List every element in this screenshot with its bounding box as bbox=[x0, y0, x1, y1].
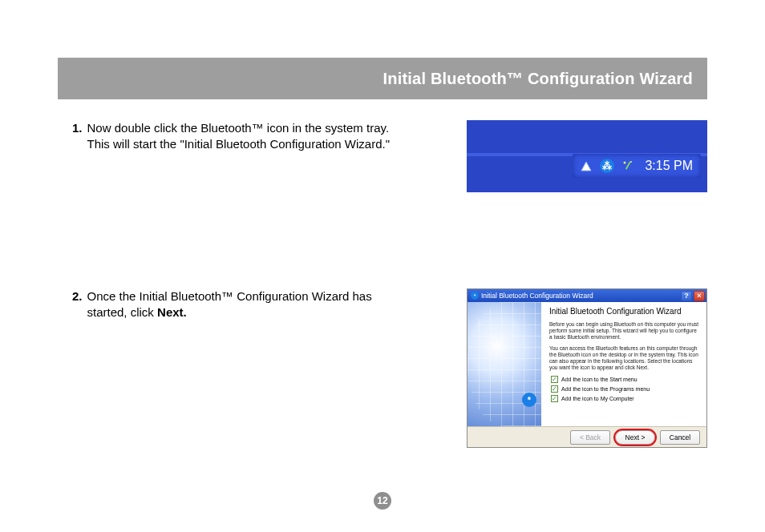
wizard-window: * Initial Bluetooth Configuration Wizard… bbox=[467, 288, 707, 448]
page-number-badge: 12 bbox=[374, 492, 391, 510]
wizard-body: * Initial Bluetooth Configuration Wizard… bbox=[468, 302, 706, 426]
page-title: Initial Bluetooth™ Configuration Wizard bbox=[383, 70, 693, 88]
checkbox-row[interactable]: ✓ Add the icon to My Computer bbox=[551, 395, 700, 402]
bluetooth-glyph: ⁂ bbox=[602, 160, 612, 171]
network-status-icon bbox=[579, 159, 593, 173]
checkbox-label: Add the icon to My Computer bbox=[561, 396, 634, 401]
step-number: 2. bbox=[72, 288, 83, 321]
bluetooth-badge-icon: * bbox=[522, 393, 536, 407]
bluetooth-icon[interactable]: ⁂ bbox=[600, 159, 614, 173]
wizard-heading: Initial Bluetooth Configuration Wizard bbox=[549, 307, 700, 316]
checkbox-checked-icon: ✓ bbox=[551, 385, 558, 393]
svg-point-2 bbox=[624, 162, 626, 164]
step-row: 2. Once the Initial Bluetooth™ Configura… bbox=[72, 288, 707, 448]
step-body-prefix: Once the Initial Bluetooth™ Configuratio… bbox=[87, 289, 372, 319]
step-body-bold: Next. bbox=[157, 305, 187, 319]
step-text: 1. Now double click the Bluetooth™ icon … bbox=[72, 120, 443, 153]
svg-point-3 bbox=[630, 161, 632, 163]
step-body: Now double click the Bluetooth™ icon in … bbox=[87, 120, 392, 153]
wizard-sidebar-image: * bbox=[468, 302, 541, 426]
checkbox-checked-icon: ✓ bbox=[551, 395, 558, 402]
next-button[interactable]: Next > bbox=[615, 430, 655, 445]
page-content: 1. Now double click the Bluetooth™ icon … bbox=[72, 120, 707, 484]
wizard-footer: < Back Next > Cancel bbox=[468, 426, 706, 447]
step-text: 2. Once the Initial Bluetooth™ Configura… bbox=[72, 288, 443, 321]
step-row: 1. Now double click the Bluetooth™ icon … bbox=[72, 120, 707, 192]
globe-grid bbox=[468, 302, 541, 426]
step-number: 1. bbox=[72, 120, 83, 153]
help-button[interactable]: ? bbox=[681, 291, 692, 301]
page-number-text: 12 bbox=[377, 495, 387, 506]
wizard-paragraph: You can access the Bluetooth features on… bbox=[549, 345, 700, 372]
checkbox-label: Add the icon to the Start menu bbox=[561, 377, 638, 382]
clock-time: 3:15 PM bbox=[645, 159, 693, 173]
wizard-paragraph: Before you can begin using Bluetooth on … bbox=[549, 321, 700, 341]
checkbox-row[interactable]: ✓ Add the icon to the Start menu bbox=[551, 376, 700, 383]
step-body: Once the Initial Bluetooth™ Configuratio… bbox=[87, 288, 392, 321]
wand-icon bbox=[621, 159, 635, 173]
svg-marker-0 bbox=[581, 162, 591, 171]
systray-screenshot: ⁂ 3:15 PM bbox=[467, 120, 707, 192]
close-button[interactable]: × bbox=[694, 291, 705, 301]
wizard-title-text: Initial Bluetooth Configuration Wizard bbox=[481, 292, 679, 300]
svg-rect-1 bbox=[625, 161, 631, 170]
checkbox-checked-icon: ✓ bbox=[551, 376, 558, 383]
titlebar-bluetooth-icon: * bbox=[471, 292, 479, 300]
checkbox-label: Add the icon to the Programs menu bbox=[561, 386, 650, 392]
page-header: Initial Bluetooth™ Configuration Wizard bbox=[58, 58, 707, 99]
back-button: < Back bbox=[570, 430, 610, 445]
checkbox-row[interactable]: ✓ Add the icon to the Programs menu bbox=[551, 385, 700, 393]
cancel-button[interactable]: Cancel bbox=[660, 430, 700, 445]
system-tray: ⁂ 3:15 PM bbox=[573, 154, 701, 178]
wizard-titlebar: * Initial Bluetooth Configuration Wizard… bbox=[468, 289, 706, 302]
wizard-main: Initial Bluetooth Configuration Wizard B… bbox=[541, 302, 706, 426]
